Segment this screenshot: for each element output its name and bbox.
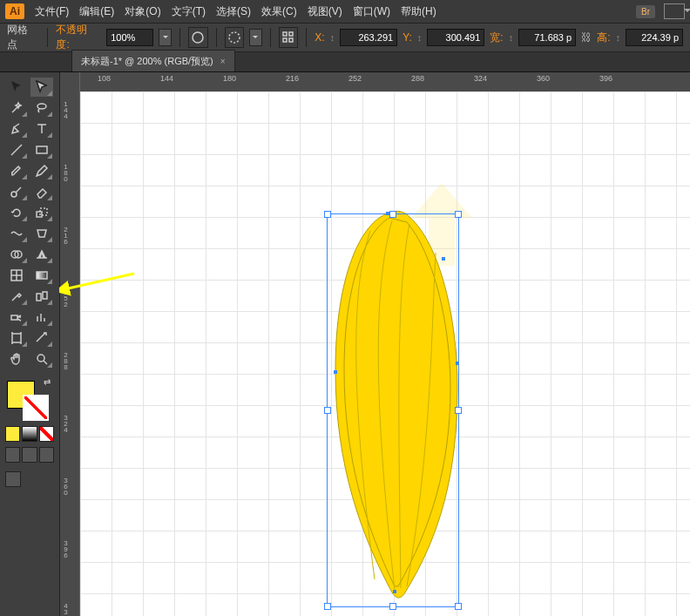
close-tab-icon[interactable]: × bbox=[220, 57, 226, 66]
magic-wand-tool[interactable] bbox=[5, 98, 28, 118]
symbol-sprayer-tool[interactable] bbox=[5, 308, 28, 327]
vruler-tick: 324 bbox=[62, 414, 70, 432]
draw-normal-button[interactable] bbox=[5, 447, 20, 463]
gradient-mode-button[interactable] bbox=[22, 426, 37, 442]
shape-builder-tool[interactable] bbox=[5, 245, 28, 264]
color-mode-button[interactable] bbox=[5, 426, 20, 442]
rotate-tool[interactable] bbox=[5, 203, 28, 222]
blend-tool[interactable] bbox=[30, 287, 53, 306]
svg-point-6 bbox=[37, 104, 46, 109]
menu-effect[interactable]: 效果(C) bbox=[261, 4, 297, 19]
none-mode-button[interactable] bbox=[39, 426, 54, 442]
w-input[interactable] bbox=[518, 29, 576, 46]
w-stepper-icon[interactable]: ↕ bbox=[509, 32, 514, 43]
constrain-link-icon[interactable]: ⛓ bbox=[581, 31, 592, 44]
swap-fill-stroke-icon[interactable]: ⇄ bbox=[44, 377, 51, 387]
workspace-layout-menu[interactable] bbox=[664, 3, 685, 19]
w-label: 宽: bbox=[490, 30, 503, 45]
app-logo: Ai bbox=[5, 3, 24, 19]
menu-view[interactable]: 视图(V) bbox=[308, 4, 342, 19]
selection-handle-bc[interactable] bbox=[389, 603, 396, 610]
menu-select[interactable]: 选择(S) bbox=[216, 4, 251, 19]
mesh-tool[interactable] bbox=[5, 266, 28, 285]
selection-handle-ml[interactable] bbox=[324, 407, 331, 414]
svg-point-1 bbox=[229, 32, 240, 43]
rectangle-tool[interactable] bbox=[30, 140, 53, 159]
column-graph-tool[interactable] bbox=[30, 308, 53, 327]
type-tool[interactable] bbox=[30, 119, 53, 139]
artboard-tool[interactable] bbox=[5, 328, 28, 348]
opacity-label: 不透明度: bbox=[56, 23, 98, 52]
pencil-tool[interactable] bbox=[30, 161, 53, 180]
scale-tool[interactable] bbox=[30, 203, 53, 222]
menu-object[interactable]: 对象(O) bbox=[125, 4, 160, 19]
selection-handle-tr[interactable] bbox=[455, 211, 462, 218]
svg-rect-16 bbox=[43, 292, 47, 299]
hruler-tick: 252 bbox=[348, 74, 362, 83]
selection-handle-tl[interactable] bbox=[324, 211, 331, 218]
selection-bounding-box[interactable] bbox=[327, 213, 459, 607]
fill-stroke-swatch[interactable]: ⇄ bbox=[5, 379, 47, 416]
selection-handle-mr[interactable] bbox=[455, 407, 462, 414]
menu-help[interactable]: 帮助(H) bbox=[401, 4, 436, 19]
h-stepper-icon[interactable]: ↕ bbox=[616, 32, 621, 43]
svg-rect-2 bbox=[283, 32, 287, 36]
x-input[interactable] bbox=[340, 29, 397, 46]
h-input[interactable] bbox=[626, 29, 683, 46]
selection-tool[interactable] bbox=[5, 78, 28, 97]
x-stepper-icon[interactable]: ↕ bbox=[330, 32, 335, 43]
menu-type[interactable]: 文字(T) bbox=[172, 4, 206, 19]
vruler-tick: 432 bbox=[62, 602, 70, 616]
selection-handle-br[interactable] bbox=[455, 603, 462, 610]
screen-mode-button[interactable] bbox=[5, 471, 21, 487]
menu-window[interactable]: 窗口(W) bbox=[353, 4, 390, 19]
svg-line-25 bbox=[64, 274, 134, 289]
hruler-tick: 324 bbox=[474, 74, 487, 83]
annotation-arrow bbox=[59, 270, 138, 296]
line-tool[interactable] bbox=[5, 140, 28, 159]
zoom-tool[interactable] bbox=[30, 349, 53, 369]
free-transform-tool[interactable] bbox=[30, 224, 53, 243]
blob-brush-tool[interactable] bbox=[5, 182, 28, 201]
bridge-button[interactable]: Br bbox=[636, 5, 655, 18]
gradient-tool[interactable] bbox=[30, 266, 53, 285]
svg-rect-4 bbox=[283, 38, 287, 42]
vruler-tick: 360 bbox=[62, 477, 70, 495]
y-input[interactable] bbox=[427, 29, 484, 46]
hruler-tick: 288 bbox=[411, 74, 424, 83]
svg-rect-7 bbox=[37, 146, 47, 153]
opacity-input[interactable] bbox=[106, 29, 153, 46]
eyedropper-tool[interactable] bbox=[5, 287, 28, 306]
artboard[interactable] bbox=[80, 91, 690, 616]
pen-tool[interactable] bbox=[5, 119, 28, 139]
draw-inside-button[interactable] bbox=[39, 447, 54, 463]
menu-edit[interactable]: 编辑(E) bbox=[79, 4, 114, 19]
align-button[interactable] bbox=[279, 27, 298, 48]
selection-handle-tc[interactable] bbox=[389, 211, 396, 218]
tools-panel: ⇄ bbox=[0, 72, 60, 616]
menu-file[interactable]: 文件(F) bbox=[35, 4, 69, 19]
y-label: Y: bbox=[402, 31, 412, 44]
hruler-tick: 360 bbox=[537, 74, 550, 83]
recolor-button[interactable] bbox=[225, 27, 244, 48]
recolor-dropdown[interactable] bbox=[249, 29, 262, 46]
width-tool[interactable] bbox=[5, 224, 28, 243]
draw-behind-button[interactable] bbox=[22, 447, 37, 463]
style-button[interactable] bbox=[188, 27, 207, 48]
hruler-tick: 216 bbox=[286, 74, 299, 83]
y-stepper-icon[interactable]: ↕ bbox=[417, 32, 423, 43]
vruler-tick: 396 bbox=[62, 539, 70, 558]
slice-tool[interactable] bbox=[30, 328, 53, 348]
opacity-dropdown[interactable] bbox=[159, 29, 172, 46]
perspective-grid-tool[interactable] bbox=[30, 245, 53, 264]
canvas-area[interactable]: 108144180216252288324360396 bbox=[80, 72, 690, 616]
stroke-swatch[interactable] bbox=[23, 395, 49, 421]
lasso-tool[interactable] bbox=[30, 98, 53, 118]
svg-rect-17 bbox=[11, 315, 17, 320]
direct-selection-tool[interactable] bbox=[30, 78, 53, 97]
selection-handle-bl[interactable] bbox=[324, 603, 331, 610]
paintbrush-tool[interactable] bbox=[5, 161, 28, 180]
hand-tool[interactable] bbox=[5, 349, 28, 369]
document-tab[interactable]: 未标题-1* @ 200% (RGB/预览) × bbox=[71, 50, 235, 71]
eraser-tool[interactable] bbox=[30, 182, 53, 201]
